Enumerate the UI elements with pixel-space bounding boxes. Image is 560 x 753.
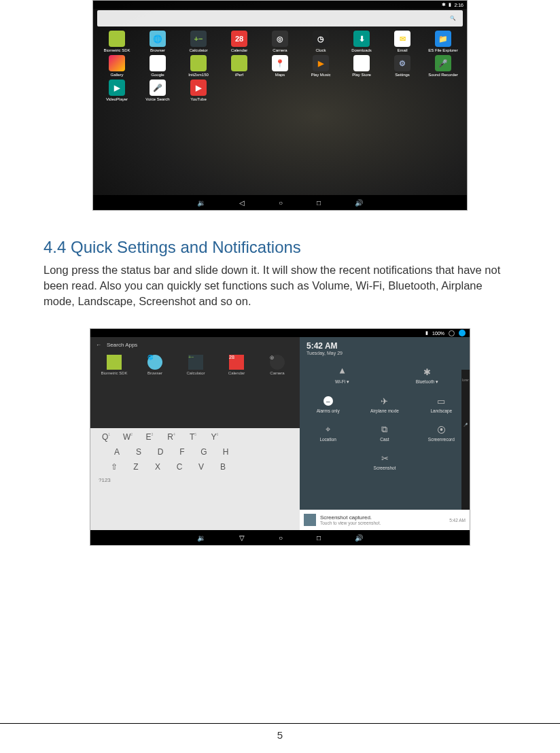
screenshot-notification[interactable]: Screenshot captured. Touch to view your … xyxy=(300,510,470,530)
apps-search-bar[interactable]: 🔍 xyxy=(97,10,463,27)
qs-tile-bluetooth[interactable]: ✱Bluetooth ▾ xyxy=(385,361,470,390)
key-r[interactable]: R4 xyxy=(165,432,177,442)
key-v[interactable]: V xyxy=(195,462,207,472)
key-x[interactable]: X xyxy=(152,462,164,472)
back-down-icon[interactable]: ▽ xyxy=(239,534,245,542)
app-label: iPerf xyxy=(235,73,243,77)
app-browser[interactable]: 🌐Browser xyxy=(138,31,177,52)
home-icon[interactable]: ○ xyxy=(279,534,283,542)
key-c[interactable]: C xyxy=(173,462,186,472)
qs-tile-screenshot[interactable]: ✂Screenshot xyxy=(300,447,470,476)
app-youtube[interactable]: ▶YouTube xyxy=(179,80,218,101)
key-w[interactable]: W2 xyxy=(122,432,134,442)
app-icon xyxy=(109,31,125,47)
app-label: InitZsm150 xyxy=(188,73,209,77)
app-videoplayer[interactable]: ▶VideoPlayer xyxy=(97,80,137,101)
app-icon: ◎ xyxy=(272,31,288,47)
app-es-file-explorer[interactable]: 📁ES File Explorer xyxy=(423,31,463,52)
key-f[interactable]: F xyxy=(176,447,188,457)
volume-up-icon[interactable]: 🔊 xyxy=(355,534,363,542)
app-maps[interactable]: 📍Maps xyxy=(260,55,300,77)
app-email[interactable]: ✉Email xyxy=(383,31,422,52)
app-label: Gallery xyxy=(110,73,123,77)
app-label: Calculator xyxy=(189,48,207,52)
app-biometric-sdk[interactable]: Biometric SDK xyxy=(97,31,137,52)
app-settings[interactable]: ⚙Settings xyxy=(383,55,422,77)
apps-search-input[interactable]: Search Apps xyxy=(107,342,137,348)
status-time: 2:16 xyxy=(454,3,463,7)
symbols-key[interactable]: ?123 xyxy=(93,477,297,483)
shift-key[interactable]: ⇧ xyxy=(108,462,120,472)
back-arrow-icon[interactable]: ← xyxy=(96,342,101,348)
screenshot-app-drawer: ✱ ▮ 2:16 🔍 Biometric SDK🌐Browser+−Calcul… xyxy=(92,0,468,211)
avatar[interactable] xyxy=(459,330,466,336)
app-icon: ▶ xyxy=(313,55,329,71)
qs-tile-cast[interactable]: ⧉Cast xyxy=(356,419,413,447)
key-z[interactable]: Z xyxy=(130,462,142,472)
battery-percent: 100% xyxy=(432,331,444,336)
home-icon[interactable]: ○ xyxy=(279,199,283,207)
app-camera[interactable]: ◎Camera xyxy=(260,31,300,52)
key-t[interactable]: T5 xyxy=(187,432,199,442)
app-google[interactable]: GGoogle xyxy=(138,55,177,77)
app-iperf[interactable]: iPerf xyxy=(220,55,259,77)
bluetooth-icon: ✱ xyxy=(385,366,470,377)
battery-icon: ▮ xyxy=(449,2,451,7)
app-label: ES File Explorer xyxy=(428,48,457,52)
qs-tile-label: Bluetooth ▾ xyxy=(385,379,470,385)
app-play-store[interactable]: ▶Play Store xyxy=(342,55,381,77)
gear-icon[interactable] xyxy=(449,330,455,336)
status-bar[interactable]: ✱ ▮ 2:16 xyxy=(93,1,467,9)
qs-tile-airplane[interactable]: ✈Airplane mode xyxy=(356,390,413,419)
app-icon: ⬇ xyxy=(353,31,370,47)
key-a[interactable]: A xyxy=(111,447,123,457)
key-g[interactable]: G xyxy=(198,447,210,457)
volume-up-icon[interactable]: 🔊 xyxy=(355,199,363,207)
app-downloads[interactable]: ⬇Downloads xyxy=(342,31,381,52)
app-sound-recorder[interactable]: 🎤Sound Recorder xyxy=(423,55,463,77)
notification-time: 5:42 AM xyxy=(449,518,466,523)
app-label: Camera xyxy=(273,48,287,52)
app-gallery[interactable]: Gallery xyxy=(97,55,137,77)
app-calculator[interactable]: +−Calculator xyxy=(179,31,218,52)
app-initzsm150[interactable]: InitZsm150 xyxy=(179,55,218,77)
apps-grid: Biometric SDK🌐Browser+−Calculator28Calen… xyxy=(93,31,467,101)
app-voice-search[interactable]: 🎤Voice Search xyxy=(138,80,177,101)
app-icon: 📍 xyxy=(272,55,288,71)
volume-down-icon[interactable]: 🔉 xyxy=(197,534,205,542)
qs-tile-location[interactable]: ⌖Location xyxy=(300,419,356,447)
back-icon[interactable]: ◁ xyxy=(239,199,245,207)
key-d[interactable]: D xyxy=(154,447,167,457)
app-play-music[interactable]: ▶Play Music xyxy=(301,55,340,77)
app-icon: 🎤 xyxy=(435,55,451,71)
app-label: Sound Recorder xyxy=(428,73,458,77)
app-clock[interactable]: ◷Clock xyxy=(301,31,340,52)
app-label: Email xyxy=(397,48,407,52)
app-icon: ◷ xyxy=(313,31,329,47)
app-label: Biometric SDK xyxy=(103,48,130,52)
panel-time: 5:42 AM xyxy=(307,341,463,351)
location-icon: ⌖ xyxy=(300,424,356,435)
app-calendar[interactable]: 28Calendar xyxy=(220,31,259,52)
key-q[interactable]: Q1 xyxy=(100,432,112,442)
app-icon: 28 xyxy=(231,31,247,47)
app-icon: +− xyxy=(190,31,207,47)
recent-apps-icon[interactable]: □ xyxy=(317,534,321,542)
key-h[interactable]: H xyxy=(220,447,232,457)
qs-tile-dnd[interactable]: –Alarms only xyxy=(300,390,356,419)
key-y[interactable]: Y6 xyxy=(209,432,221,442)
app-label: Settings xyxy=(395,73,410,77)
volume-down-icon[interactable]: 🔉 xyxy=(197,199,205,207)
recent-apps-icon[interactable]: □ xyxy=(317,199,321,207)
key-e[interactable]: E3 xyxy=(143,432,156,442)
key-s[interactable]: S xyxy=(133,447,145,457)
qs-tile-wifi[interactable]: ▼Wi-Fi ▾ xyxy=(300,361,385,390)
app-label: Browser xyxy=(150,48,165,52)
onscreen-keyboard[interactable]: Q1W2E3R4T5Y6 ASDFGH ⇧ ZXCVB ?123 xyxy=(90,428,300,530)
app-icon: G xyxy=(150,55,166,71)
app-icon xyxy=(190,55,207,71)
app-label: Google xyxy=(151,73,164,77)
key-b[interactable]: B xyxy=(217,462,229,472)
app-label: YouTube xyxy=(190,97,207,101)
status-bar[interactable]: ▮ 100% xyxy=(90,329,470,337)
